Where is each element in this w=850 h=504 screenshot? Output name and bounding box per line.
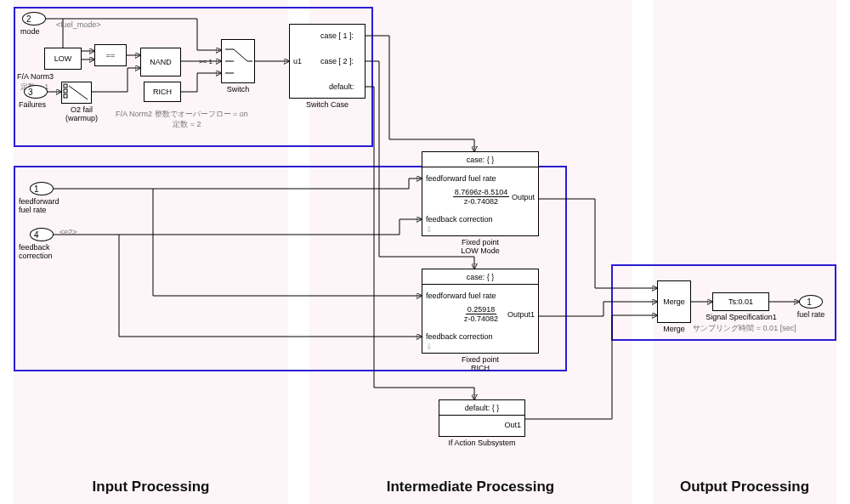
case-rich-in2: feedback correction bbox=[426, 332, 493, 341]
inport-failures-num: 3 bbox=[28, 88, 33, 97]
case-rich-tf-den: z-0.74082 bbox=[462, 314, 500, 323]
if-action-subsystem[interactable]: default: { } Out1 bbox=[439, 399, 525, 437]
inport-mode-label: mode bbox=[20, 27, 40, 36]
svg-rect-2 bbox=[64, 94, 67, 98]
svg-line-7 bbox=[234, 49, 247, 61]
const-rich[interactable]: RICH bbox=[144, 82, 181, 102]
zone-gap-2 bbox=[632, 0, 653, 504]
case-low-subsystem[interactable]: case: { } feedforward fuel rate 8.7696z-… bbox=[422, 151, 539, 236]
zone-input-label: Input Processing bbox=[14, 479, 288, 496]
case-low-in2: feedback correction bbox=[426, 215, 493, 224]
inport-feedforward[interactable]: 1 bbox=[30, 182, 54, 195]
o2-fail-block[interactable] bbox=[61, 82, 92, 104]
case-rich-header: case: { } bbox=[422, 273, 538, 285]
signal-spec-sub: サンプリング時間 = 0.01 [sec] bbox=[685, 323, 804, 334]
diagram-canvas: Input Processing Intermediate Processing… bbox=[0, 0, 850, 504]
zone-output-label: Output Processing bbox=[653, 479, 836, 496]
inport-feedback-num: 4 bbox=[34, 230, 39, 240]
inport-feedback[interactable]: 4 bbox=[30, 228, 54, 241]
down-arrow-icon: ⇩ bbox=[426, 343, 433, 351]
zone-output: Output Processing bbox=[653, 0, 836, 504]
case-low-header: case: { } bbox=[422, 156, 538, 167]
switch-case-in: u1 bbox=[293, 57, 302, 65]
inport-feedforward-num: 1 bbox=[34, 184, 39, 194]
svg-line-3 bbox=[69, 86, 88, 99]
switch-case-label: Switch Case bbox=[289, 100, 366, 109]
switch-block[interactable] bbox=[221, 39, 255, 83]
switch-case-def: default: bbox=[329, 82, 354, 91]
svg-rect-0 bbox=[64, 84, 67, 88]
merge-text: Merge bbox=[663, 297, 685, 306]
merge-block[interactable]: Merge bbox=[657, 280, 691, 323]
case-rich-tf: 0.25918 z-0.74082 bbox=[453, 305, 509, 323]
outport-fuel-rate[interactable]: 1 bbox=[799, 295, 823, 309]
case-rich-subsystem[interactable]: case: { } feedforward fuel rate 0.25918 … bbox=[422, 269, 539, 354]
const-low[interactable]: LOW bbox=[44, 48, 82, 70]
case-low-label: Fixed point LOW Mode bbox=[422, 238, 539, 255]
inport-feedforward-label: feedforward fuel rate bbox=[19, 197, 60, 214]
signal-spec-text: Ts:0.01 bbox=[728, 297, 753, 306]
if-action-header: default: { } bbox=[439, 404, 524, 416]
inport-mode-num: 2 bbox=[26, 14, 31, 24]
case-low-out: Output bbox=[512, 193, 535, 201]
fa-norm2-sub: 定数 = 2 bbox=[153, 119, 221, 130]
outport-fuel-rate-label: fuel rate bbox=[789, 310, 833, 319]
fa-norm3-label: F/A Norm3 bbox=[17, 72, 54, 81]
case-rich-tf-num: 0.25918 bbox=[466, 305, 497, 314]
const-rich-text: RICH bbox=[153, 88, 172, 96]
case-low-in1: feedforward fuel rate bbox=[426, 174, 496, 183]
case-rich-out: Output1 bbox=[507, 310, 535, 319]
inport-failures[interactable]: 3 bbox=[24, 85, 48, 99]
switch-case-c2: case [ 2 ]: bbox=[320, 57, 354, 65]
logic-nand[interactable]: NAND bbox=[140, 48, 181, 76]
if-action-label: If Action Subsystem bbox=[430, 439, 534, 447]
case-low-tf: 8.7696z-8.5104 z-0.74082 bbox=[441, 188, 521, 206]
switch-case-c1: case [ 1 ]: bbox=[320, 31, 354, 40]
case-rich-label: Fixed point RICH bbox=[422, 355, 539, 372]
relop-eq-text: == bbox=[106, 51, 116, 59]
svg-rect-1 bbox=[64, 89, 67, 93]
relop-eq[interactable]: == bbox=[94, 44, 127, 66]
logic-nand-text: NAND bbox=[150, 58, 172, 66]
e2-tag: <e2> bbox=[60, 228, 77, 236]
down-arrow-icon: ⇩ bbox=[426, 225, 433, 234]
switch-thresh: >= 1 bbox=[199, 58, 212, 65]
switch-label: Switch bbox=[218, 85, 258, 93]
fuel-mode-tag: <fuel_mode> bbox=[56, 20, 101, 29]
case-rich-in1: feedforward fuel rate bbox=[426, 292, 496, 300]
inport-failures-label: Failures bbox=[19, 100, 46, 109]
o2-fail-label: O2 fail (warmup) bbox=[54, 105, 109, 122]
zone-intermediate-label: Intermediate Processing bbox=[309, 479, 632, 496]
signal-spec-label: Signal Specification1 bbox=[695, 313, 787, 321]
case-low-tf-num: 8.7696z-8.5104 bbox=[453, 188, 510, 197]
signal-spec-block[interactable]: Ts:0.01 bbox=[712, 292, 769, 311]
if-action-out: Out1 bbox=[504, 421, 521, 429]
inport-mode[interactable]: 2 bbox=[22, 12, 46, 25]
switch-case-block[interactable]: case [ 1 ]: u1 case [ 2 ]: default: bbox=[289, 24, 366, 99]
const-low-text: LOW bbox=[54, 54, 72, 63]
inport-feedback-label: feedback correction bbox=[19, 243, 53, 260]
case-low-tf-den: z-0.74082 bbox=[462, 197, 500, 206]
outport-fuel-rate-num: 1 bbox=[807, 297, 812, 307]
